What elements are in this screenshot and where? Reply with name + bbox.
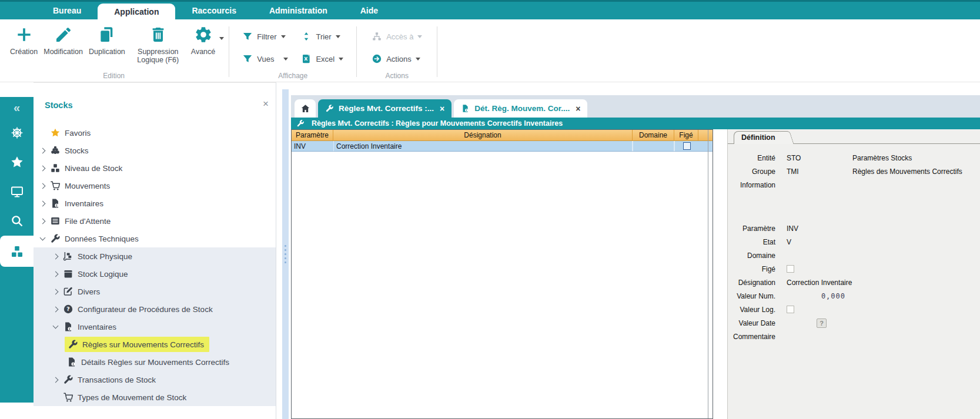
close-icon[interactable]: × (440, 104, 444, 113)
sidebar-item-helm[interactable] (0, 118, 34, 148)
tree-item-configurateur[interactable]: Configurateur de Procédures de Stock (34, 300, 276, 318)
panel-splitter[interactable] (282, 89, 289, 419)
sidebar-item-favorites[interactable] (0, 148, 34, 177)
close-icon[interactable]: × (576, 104, 580, 113)
funnel-icon (242, 53, 253, 64)
actions-button[interactable]: Actions (369, 52, 424, 65)
collapse-sidebar-button[interactable] (0, 97, 34, 118)
tree-item-inventaires[interactable]: Inventaires (34, 195, 276, 212)
fige-form-checkbox[interactable] (787, 265, 794, 273)
modification-button[interactable]: Modification (44, 25, 83, 56)
entite-value[interactable]: STO (787, 154, 801, 162)
chevron-down-icon[interactable] (416, 58, 420, 61)
date-picker-button[interactable]: ? (817, 319, 827, 328)
chevron-down-icon[interactable] (339, 58, 343, 61)
tab-det-reg-mouvem[interactable]: Dét. Règ. Mouvem. Cor.... × (454, 99, 587, 118)
menu-aide[interactable]: Aide (344, 2, 394, 19)
trier-button[interactable]: Trier (299, 30, 346, 43)
collapse-icon (14, 101, 20, 115)
cell-designation: Correction Inventaire (333, 141, 633, 151)
tab-label: Dét. Règ. Mouvem. Cor.... (474, 104, 570, 113)
chevron-right-icon[interactable] (52, 271, 58, 277)
sidebar-item-monitor[interactable] (0, 177, 34, 206)
acces-a-button[interactable]: Accès à (369, 30, 424, 43)
column-header-domaine[interactable]: Domaine (633, 130, 674, 140)
menu-administration[interactable]: Administration (253, 2, 344, 19)
tree-item-mouvements[interactable]: Mouvements (34, 177, 276, 195)
chevron-right-icon[interactable] (52, 253, 58, 259)
tree-item-stock-logique[interactable]: Stock Logique (34, 265, 276, 283)
tree-item-transactions-de-stock[interactable]: Transactions de Stock (34, 371, 276, 388)
menu-bureau[interactable]: Bureau (36, 2, 98, 19)
chevron-right-icon[interactable] (39, 200, 45, 206)
field-designation: Désignation Correction Inventaire (728, 276, 980, 289)
tree-item-inventaires-sub[interactable]: Inventaires (34, 318, 276, 336)
duplication-button[interactable]: Duplication (89, 25, 125, 56)
chevron-down-icon[interactable] (281, 35, 286, 38)
home-tab[interactable] (295, 99, 316, 118)
column-header-parametre[interactable]: Paramètre (292, 130, 333, 140)
sort-icon (301, 31, 312, 42)
table-header-row: Paramètre Désignation Domaine Figé (292, 130, 713, 141)
org-chart-icon (372, 31, 382, 42)
suppression-logique-button[interactable]: Suppression Logique (F6) (131, 25, 185, 64)
field-label: Domaine (728, 252, 775, 260)
vues-button[interactable]: Vues (240, 52, 290, 65)
menu-application[interactable]: Application (98, 4, 175, 19)
hand-truck-icon (63, 251, 73, 262)
tree-item-donnees-techniques[interactable]: Données Techniques (34, 230, 276, 247)
tab-regles-mvt-correctifs[interactable]: Règles Mvt. Correctifs :... × (318, 99, 451, 118)
definition-form: Entité STO Paramètres Stocks Groupe TMI … (728, 143, 980, 343)
table-scroll-gutter[interactable] (708, 130, 708, 418)
excel-button[interactable]: Excel (299, 52, 346, 65)
tree-item-divers[interactable]: Divers (34, 283, 276, 300)
tree-item-niveau-de-stock[interactable]: Niveau de Stock (34, 159, 276, 177)
ribbon-divider (437, 26, 437, 77)
menu-raccourcis[interactable]: Raccourcis (175, 2, 252, 19)
chevron-down-icon[interactable] (219, 37, 224, 40)
list-icon (50, 216, 61, 226)
tree-item-stock-physique[interactable]: Stock Physique (34, 247, 276, 265)
column-header-designation[interactable]: Désignation (333, 130, 633, 140)
tree-item-label: Détails Règles sur Mouvements Correctifs (81, 358, 229, 367)
valeur-log-checkbox[interactable] (787, 306, 794, 313)
chevron-down-icon[interactable] (39, 235, 45, 241)
chevron-down-icon[interactable] (336, 35, 340, 38)
tab-definition[interactable]: Définition (734, 131, 788, 144)
tree-item-regles-mouvements-correctifs[interactable]: Règles sur Mouvements Correctifs (34, 336, 276, 353)
table-row[interactable]: INV Correction Inventaire (292, 141, 713, 152)
close-icon[interactable]: × (263, 98, 269, 110)
fige-checkbox[interactable] (683, 142, 691, 150)
column-header-fige[interactable]: Figé (674, 130, 698, 140)
tree-item-stocks[interactable]: Stocks (34, 142, 276, 159)
wrench-icon (296, 119, 305, 128)
chevron-down-icon[interactable] (283, 58, 288, 61)
document-info-icon (50, 198, 61, 209)
tree-item-favoris[interactable]: Favoris (34, 124, 276, 142)
document-info-icon (461, 104, 470, 113)
designation-value[interactable]: Correction Inventaire (787, 279, 852, 287)
field-valeur-num: Valeur Num. 0,000 (728, 289, 980, 303)
tree-item-types-de-mouvement[interactable]: Types de Mouvement de Stock (34, 388, 276, 406)
parametre-value[interactable]: INV (787, 224, 798, 233)
chevron-right-icon[interactable] (39, 165, 45, 171)
avance-button[interactable]: Avancé (191, 25, 215, 56)
sidebar-item-search[interactable] (0, 206, 34, 236)
chevron-right-icon[interactable] (39, 183, 45, 189)
tree-item-details-regles-mouvements-correctifs[interactable]: Détails Règles sur Mouvements Correctifs (34, 353, 276, 371)
chevron-right-icon[interactable] (39, 218, 45, 224)
tree-item-file-dattente[interactable]: File d'Attente (34, 212, 276, 230)
groupe-description: Règles des Mouvements Correctifs (852, 167, 962, 176)
chevron-down-icon[interactable] (52, 323, 58, 329)
valeur-num-value[interactable]: 0,000 (787, 292, 845, 300)
groupe-value[interactable]: TMI (787, 167, 799, 176)
creation-button[interactable]: Création (10, 25, 38, 56)
sidebar-item-stocks-module[interactable] (0, 236, 34, 267)
chevron-right-icon[interactable] (52, 306, 58, 312)
filtrer-button[interactable]: Filtrer (240, 30, 290, 43)
chevron-right-icon[interactable] (39, 148, 45, 153)
chevron-right-icon[interactable] (52, 377, 58, 383)
etat-value[interactable]: V (787, 238, 791, 246)
acces-a-label: Accès à (386, 32, 413, 41)
chevron-right-icon[interactable] (52, 289, 58, 294)
